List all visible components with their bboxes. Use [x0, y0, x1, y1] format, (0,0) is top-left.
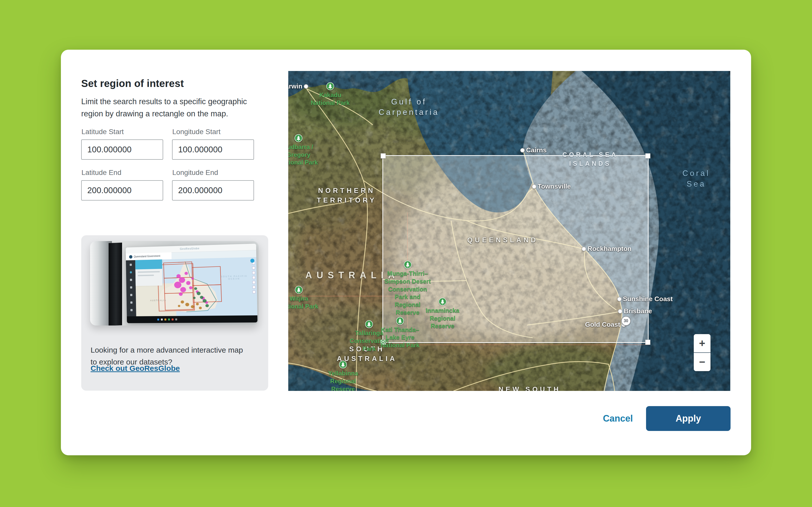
region-selection-rectangle[interactable]: [383, 155, 649, 343]
latitude-start-input[interactable]: [81, 139, 163, 160]
zoom-out-button[interactable]: −: [694, 353, 711, 371]
apply-button[interactable]: Apply: [646, 406, 730, 431]
dialog-description: Limit the search results to a specific g…: [81, 96, 259, 120]
latitude-end-field-group: Latitude End: [81, 169, 163, 201]
zoom-in-button[interactable]: +: [694, 334, 711, 352]
page-title: Set region of interest: [81, 78, 184, 89]
selection-handle-bottom-right[interactable]: [645, 340, 650, 345]
georesglobe-link[interactable]: Check out GeoResGlobe: [91, 364, 180, 373]
longitude-end-field-group: Longitude End: [172, 169, 254, 201]
photo-taskbar: [127, 315, 258, 323]
longitude-end-label: Longitude End: [172, 169, 254, 177]
photo-country-label: AUSTRALIA: [150, 299, 166, 302]
region-dialog: Set region of interest Limit the search …: [61, 50, 751, 455]
photo-map-controls: [252, 262, 256, 308]
longitude-start-field-group: Longitude Start: [172, 128, 254, 160]
map-canvas[interactable]: DarwinCairnsTownsvilleRockhamptonSunshin…: [288, 71, 730, 391]
map-zoom-control: + −: [694, 334, 711, 371]
photo-app-sidebar: [126, 260, 136, 316]
longitude-end-input[interactable]: [172, 180, 254, 201]
photo-monitor-screen: GeoResGlobe Queensland Government: [125, 244, 258, 323]
photo-search-panel: [135, 259, 162, 286]
latitude-start-label: Latitude Start: [82, 128, 163, 136]
longitude-start-input[interactable]: [172, 139, 254, 160]
queensland-government-logo: [129, 255, 132, 259]
photo-browser-bar: GeoResGlobe: [125, 244, 256, 254]
latitude-start-field-group: Latitude Start: [81, 128, 163, 160]
promo-photo-monitor: GeoResGlobe Queensland Government: [90, 241, 259, 326]
photo-ocean-label: SOUTH PACIFIC OCEAN: [220, 275, 247, 280]
selection-handle-bottom-left[interactable]: [380, 340, 386, 345]
photo-compass-icon: [250, 259, 255, 263]
selection-handle-top-right[interactable]: [645, 153, 650, 158]
photo-site-name: Queensland Government: [134, 255, 160, 258]
cancel-button[interactable]: Cancel: [596, 406, 640, 431]
longitude-start-label: Longitude Start: [172, 128, 254, 136]
photo-monitor-bezel: [109, 242, 122, 326]
selection-handle-top-left[interactable]: [380, 153, 386, 158]
page: { "dialog": { "title": "Set region of in…: [0, 0, 812, 507]
georesglobe-promo-card: GeoResGlobe Queensland Government: [81, 235, 268, 391]
latitude-end-input[interactable]: [81, 180, 163, 201]
latitude-end-label: Latitude End: [82, 169, 163, 177]
